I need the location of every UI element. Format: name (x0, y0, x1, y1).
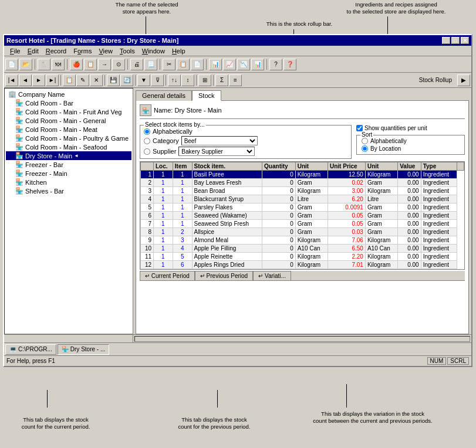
table-row[interactable]: 8 1 2 Allspice 0 Gram 0.03 Gram 0.00 Ing… (141, 228, 464, 236)
tb-question[interactable]: ❓ (283, 59, 296, 70)
tb-help[interactable]: ? (269, 59, 282, 70)
tb-knife-fork2[interactable]: 🍽 (52, 59, 65, 70)
category-dropdown[interactable]: Beef (181, 136, 258, 145)
menu-view[interactable]: View (95, 47, 116, 55)
nav-prev[interactable]: ◄ (19, 74, 32, 86)
tb-paste[interactable]: 📋 (177, 59, 190, 70)
h-scrollbar-track[interactable] (134, 336, 470, 342)
maximize-button[interactable]: □ (451, 37, 460, 44)
tree-cold-bar[interactable]: 🏪 Cold Room - Bar (6, 99, 131, 107)
tree-cold-meat[interactable]: 🏪 Cold Room - Main - Meat (6, 125, 131, 134)
tb-new[interactable]: 📄 (5, 59, 18, 70)
col-stock[interactable]: Stock item. (192, 162, 262, 171)
tb-copy[interactable]: 📋 (84, 59, 97, 70)
table-row[interactable]: 3 1 1 Bean Broad 0 Kilogram 3.00 Kilogra… (141, 187, 464, 195)
show-qty-checkbox[interactable] (356, 125, 363, 131)
table-row[interactable]: 1 1 1 Basil Puree 0 Kilogram 12.50 Kilog… (141, 171, 464, 179)
radio-supplier[interactable] (144, 148, 150, 155)
nav-group[interactable]: ⊞ (198, 74, 211, 86)
col-unit[interactable]: Unit (295, 162, 328, 171)
nav-last[interactable]: ►| (46, 74, 59, 86)
col-item[interactable]: Item (173, 162, 192, 171)
radio-category[interactable] (144, 138, 150, 144)
tb-apple[interactable]: 🍎 (70, 59, 83, 70)
tab-variation[interactable]: ↵ Variati... (253, 271, 291, 281)
sort-alpha[interactable] (362, 138, 368, 144)
taskbar-drystore[interactable]: 🏪 Dry Store - ... (58, 344, 109, 355)
cell-loc: 1 (154, 171, 173, 179)
nav-sort1[interactable]: ↑↓ (168, 74, 181, 86)
nav-first[interactable]: |◄ (5, 74, 18, 86)
tree-cold-general[interactable]: 🏪 Cold Room - Main - General (6, 116, 131, 125)
col-uunit[interactable]: Unit (365, 162, 397, 171)
col-uprice[interactable]: Unit Price (328, 162, 366, 171)
col-loc[interactable]: Loc. (154, 162, 173, 171)
tab-general[interactable]: General details (136, 90, 192, 101)
rollup-arrow[interactable]: ▶ (457, 74, 470, 86)
tab-current-period[interactable]: ↵ Current Period (140, 271, 195, 281)
tab-stock[interactable]: Stock (192, 90, 221, 101)
table-row[interactable]: 6 1 1 Seaweed (Wakame) 0 Gram 0.05 Gram … (141, 212, 464, 220)
menu-edit[interactable]: Edit (24, 47, 42, 55)
table-row[interactable]: 10 1 4 Apple Pie Filling 0 A10 Can 6.50 … (141, 245, 464, 253)
tb-print2[interactable]: 📃 (144, 59, 157, 70)
nav-refresh[interactable]: 🔄 (120, 74, 133, 86)
tree-freezer-bar[interactable]: 🏪 Freezer - Bar (6, 160, 131, 169)
menu-forms[interactable]: Forms (70, 47, 95, 55)
col-qty[interactable]: Quantity (262, 162, 296, 171)
nav-save[interactable]: 💾 (107, 74, 120, 86)
tb-print[interactable]: 🖨 (130, 59, 143, 70)
minimize-button[interactable]: _ (442, 37, 450, 44)
nav-sigma[interactable]: Σ (215, 74, 228, 86)
tb-chart3[interactable]: 📉 (237, 59, 250, 70)
tab-previous-period[interactable]: ↵ Previous Period (195, 271, 253, 281)
tb-knife-fork[interactable]: 🍴 (38, 59, 50, 70)
radio-alphabetically[interactable] (144, 128, 150, 135)
menu-help[interactable]: Help (168, 47, 189, 55)
tree-dry-main[interactable]: 🏪 Dry Store - Main ◄ (6, 151, 131, 160)
table-row[interactable]: 5 1 1 Parsley Flakes 0 Gram 0.0091 Gram … (141, 203, 464, 212)
close-button[interactable]: ✕ (461, 37, 469, 44)
table-row[interactable]: 11 1 5 Apple Reinette 0 Kilogram 2.20 Ki… (141, 253, 464, 261)
menu-tools[interactable]: Tools (116, 47, 139, 55)
tb-open[interactable]: 📂 (19, 59, 32, 70)
tree-root[interactable]: 🏢 Company Name (6, 90, 131, 99)
tb-circle[interactable]: ⊙ (112, 59, 125, 70)
menu-window[interactable]: Window (139, 47, 168, 55)
tb-copy2[interactable]: 📄 (191, 59, 204, 70)
store-icon-btn[interactable]: 🏪 (140, 104, 151, 116)
table-row[interactable]: 7 1 1 Seaweed Strip Fresh 0 Gram 0.05 Gr… (141, 220, 464, 228)
nav-delete[interactable]: ✕ (90, 74, 103, 86)
tree-freezer-main[interactable]: 🏪 Freezer - Main (6, 169, 131, 178)
nav-filter[interactable]: ▼ (137, 74, 150, 86)
cell-loc: 1 (154, 228, 173, 236)
table-row[interactable]: 9 1 3 Almond Meal 0 Kilogram 7.06 Kilogr… (141, 236, 464, 245)
tb-chart2[interactable]: 📈 (223, 59, 236, 70)
menu-file[interactable]: File (6, 47, 24, 55)
taskbar-progr[interactable]: 💻 C:\PROGR... (5, 344, 56, 355)
col-value[interactable]: Value (398, 162, 421, 171)
nav-add[interactable]: 📋 (63, 74, 76, 86)
supplier-dropdown[interactable]: Bakery Supplier (178, 147, 255, 156)
nav-edit[interactable]: ✎ (76, 74, 89, 86)
nav-next[interactable]: ► (32, 74, 45, 86)
table-row[interactable]: 2 1 1 Bay Leaves Fresh 0 Gram 0.02 Gram … (141, 179, 464, 187)
tree-cold-seafood[interactable]: 🏪 Cold Room - Main - Seafood (6, 142, 131, 151)
tree-shelves-bar[interactable]: 🏪 Shelves - Bar (6, 186, 131, 195)
col-type[interactable]: Type (421, 162, 457, 171)
menu-record[interactable]: Record (42, 47, 70, 55)
tb-arrow-right[interactable]: → (98, 59, 111, 70)
tree-kitchen[interactable]: 🏪 Kitchen (6, 178, 131, 186)
tb-chart[interactable]: 📊 (209, 59, 222, 70)
sort-byloc[interactable] (362, 145, 368, 152)
table-row[interactable]: 12 1 6 Apples Rings Dried 0 Kilogram 7.0… (141, 261, 464, 269)
tree-cold-fruit[interactable]: 🏪 Cold Room - Main - Fruit And Veg (6, 107, 131, 116)
tree-cold-poultry[interactable]: 🏪 Cold Room - Main - Poultry & Game (6, 134, 131, 142)
nav-sort2[interactable]: ↕ (181, 74, 194, 86)
tb-chart4[interactable]: 📊 (251, 59, 264, 70)
cell-stock: Blackcurrant Syrup (192, 195, 262, 203)
nav-filter2[interactable]: ⊽ (151, 74, 164, 86)
tb-scissors[interactable]: ✂ (163, 59, 175, 70)
nav-stats[interactable]: ≡ (229, 74, 242, 86)
table-row[interactable]: 4 1 1 Blackcurrant Syrup 0 Litre 6.20 Li… (141, 195, 464, 203)
